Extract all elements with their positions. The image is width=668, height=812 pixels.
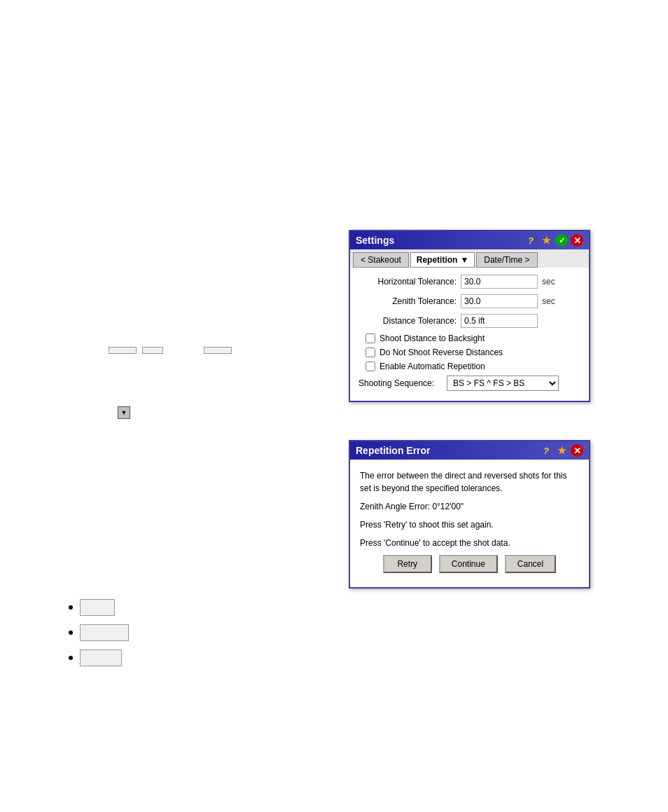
horiz-tolerance-row: Horizontal Tolerance: sec (359, 275, 580, 289)
check3-checkbox[interactable] (366, 362, 375, 371)
tab-dropdown-arrow: ▼ (460, 255, 468, 265)
left-label-text (69, 371, 167, 381)
settings-dialog: Settings ? ★ ✓ ✕ < Stakeout Repetition ▼… (349, 230, 590, 402)
check2-checkbox[interactable] (366, 347, 375, 357)
settings-title: Settings (356, 235, 394, 246)
tab-stakeout[interactable]: < Stakeout (353, 252, 409, 268)
zenith-label: Zenith Tolerance: (359, 296, 457, 306)
continue-button[interactable]: Continue (439, 555, 498, 573)
error-close-icon[interactable]: ✕ (571, 444, 583, 457)
zenith-tolerance-row: Zenith Tolerance: sec (359, 294, 580, 308)
zenith-unit: sec (542, 296, 555, 306)
settings-title-icons: ? ★ ✓ ✕ (524, 234, 583, 247)
bullet-dot-2 (69, 631, 73, 635)
settings-close-icon[interactable]: ✕ (571, 234, 583, 247)
bullet-section (69, 599, 129, 675)
settings-titlebar: Settings ? ★ ✓ ✕ (350, 231, 589, 249)
check1-row: Shoot Distance to Backsight (359, 333, 580, 343)
settings-star-icon[interactable]: ★ (540, 234, 552, 247)
settings-check-icon[interactable]: ✓ (555, 234, 568, 247)
check1-checkbox[interactable] (366, 333, 375, 343)
bullet-btn-1[interactable] (80, 599, 115, 616)
error-body: The error between the direct and reverse… (350, 460, 589, 587)
dist-tolerance-row: Distance Tolerance: (359, 314, 580, 328)
left-btn-1[interactable] (109, 347, 137, 354)
zenith-input[interactable] (461, 294, 538, 308)
tab-repetition[interactable]: Repetition ▼ (410, 252, 475, 268)
bullet-dot-1 (69, 605, 73, 610)
bullet-btn-2[interactable] (80, 624, 129, 641)
shooting-label: Shooting Sequence: (359, 378, 443, 388)
settings-body: Horizontal Tolerance: sec Zenith Toleran… (350, 268, 589, 401)
error-dialog: Repetition Error ? ★ ✕ The error between… (349, 440, 590, 589)
shooting-sequence-row: Shooting Sequence: BS > FS ^ FS > BS (359, 376, 580, 391)
error-zenith: Zenith Angle Error: 0°12'00" (360, 500, 579, 513)
error-titlebar: Repetition Error ? ★ ✕ (350, 441, 589, 460)
cancel-button[interactable]: Cancel (505, 555, 556, 573)
left-dropdown[interactable]: ▼ (118, 406, 130, 419)
left-buttons-row (109, 347, 232, 354)
check3-row: Enable Automatic Repetition (359, 362, 580, 371)
error-buttons: Retry Continue Cancel (360, 555, 579, 580)
retry-button[interactable]: Retry (383, 555, 432, 573)
error-instruction1: Press 'Retry' to shoot this set again. (360, 518, 579, 531)
tab-datetime[interactable]: Date/Time > (476, 252, 537, 268)
bullet-btn-3[interactable] (80, 649, 122, 666)
check1-label: Shoot Distance to Backsight (380, 333, 485, 343)
shooting-select[interactable]: BS > FS ^ FS > BS (447, 376, 559, 391)
error-title-icons: ? ★ ✕ (540, 444, 583, 457)
error-instruction2: Press 'Continue' to accept the shot data… (360, 537, 579, 549)
check2-label: Do Not Shoot Reverse Distances (380, 347, 503, 357)
left-btn-3[interactable] (204, 347, 232, 354)
error-help-icon[interactable]: ? (540, 444, 552, 457)
settings-help-icon[interactable]: ? (524, 234, 537, 247)
horiz-label: Horizontal Tolerance: (359, 277, 457, 287)
left-btn-2[interactable] (142, 347, 163, 354)
horiz-input[interactable] (461, 275, 538, 289)
dist-input[interactable] (461, 314, 538, 328)
error-message: The error between the direct and reverse… (360, 469, 579, 495)
error-star-icon[interactable]: ★ (555, 444, 568, 457)
check2-row: Do Not Shoot Reverse Distances (359, 347, 580, 357)
horiz-unit: sec (542, 277, 555, 287)
bullet-dot-3 (69, 656, 73, 660)
dist-label: Distance Tolerance: (359, 316, 457, 326)
settings-tabs: < Stakeout Repetition ▼ Date/Time > (350, 249, 589, 268)
error-title: Repetition Error (356, 445, 431, 456)
check3-label: Enable Automatic Repetition (380, 362, 485, 371)
